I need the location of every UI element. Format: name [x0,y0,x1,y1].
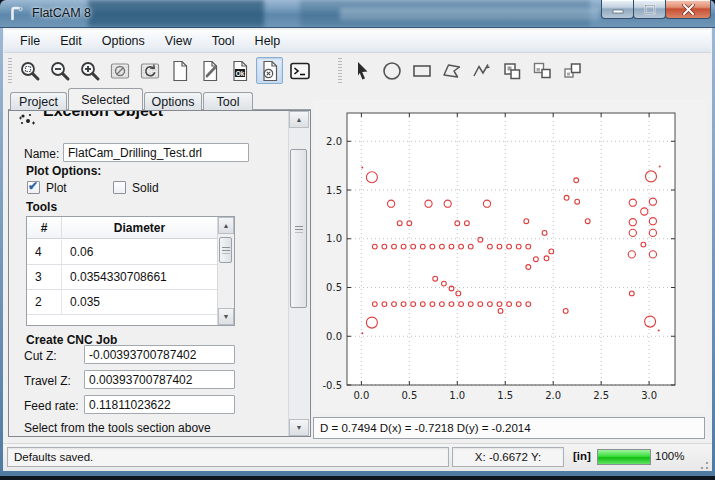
copy-excellon-icon [560,59,584,83]
panel-scroll-thumb[interactable] [290,149,307,308]
maximize-button[interactable] [633,0,666,19]
tab-options[interactable]: Options [144,92,202,110]
copy-geometry-button[interactable] [528,57,555,84]
minimize-button[interactable] [601,0,634,19]
plot-checkbox[interactable] [27,181,40,194]
scroll-up-arrow-icon[interactable]: ▲ [289,111,309,128]
zoom-out-icon [48,59,72,83]
tab-tool[interactable]: Tool [203,92,253,110]
pointer-button[interactable] [348,57,375,84]
replot-icon [138,59,162,83]
draw-polygon-icon [440,59,464,83]
scroll-down-arrow-icon[interactable]: ▼ [289,419,309,436]
scroll-up-arrow-icon[interactable]: ▲ [218,217,234,234]
menu-item-edit[interactable]: Edit [50,31,92,51]
draw-polygon-button[interactable] [438,57,465,84]
toolbar-drag-handle[interactable] [8,58,12,84]
feed-rate-input[interactable] [84,395,235,414]
menubar: FileEditOptionsViewToolHelp [4,30,711,53]
menu-item-view[interactable]: View [155,31,202,51]
selected-tab-panel: Excellon Object Name: Plot Options: Plot… [8,110,311,437]
tool-row-3[interactable]: 30.0354330708661 [27,265,218,290]
replot-button[interactable] [136,57,163,84]
status-message: Defaults saved. [7,447,449,467]
name-input[interactable] [63,143,249,162]
menu-item-options[interactable]: Options [92,31,155,51]
measurement-readout: D = 0.7494 D(x) = -0.7218 D(y) = -0.2014 [313,417,705,439]
tools-table-scrollbar[interactable]: ▲ ▼ [217,217,234,325]
menu-item-help[interactable]: Help [245,31,291,51]
svg-text:0.0: 0.0 [353,390,369,401]
zoom-fit-button[interactable] [16,57,43,84]
scroll-down-arrow-icon[interactable]: ▼ [218,308,234,325]
toolbar-drag-handle[interactable] [338,58,342,84]
units-indicator[interactable]: [in] [573,450,591,462]
close-button[interactable] [665,0,711,19]
new-file-button[interactable] [166,57,193,84]
maximize-icon [644,4,656,15]
tool-diameter: 0.06 [62,240,93,264]
svg-text:2.0: 2.0 [545,390,561,401]
shell-icon [288,59,312,83]
draw-rectangle-button[interactable] [408,57,435,84]
flatcam-window: FlatCAM 8 FileEditOptionsViewToolHelp Ok… [0,0,715,480]
panel-title: Excellon Object [43,110,163,120]
tools-table-header-diameter[interactable]: Diameter [62,217,218,239]
svg-text:-0.5: -0.5 [322,380,342,391]
svg-text:0.0: 0.0 [326,331,342,342]
draw-polyline-button[interactable] [468,57,495,84]
tool-row-2[interactable]: 20.035 [27,290,218,315]
zoom-in-icon [78,59,102,83]
menu-item-file[interactable]: File [10,31,50,51]
tools-table-scroll-thumb[interactable] [219,237,232,263]
edit-file-button[interactable] [196,57,223,84]
svg-text:3.0: 3.0 [641,390,657,401]
ok-file-button[interactable]: Ok [226,57,253,84]
svg-text:1.0: 1.0 [449,390,465,401]
menu-item-tool[interactable]: Tool [202,31,245,51]
panel-scrollbar[interactable]: ▲ ▼ [288,111,309,436]
copy-excellon-button[interactable] [558,57,585,84]
solid-checkbox[interactable] [113,181,126,194]
clear-plot-button[interactable] [106,57,133,84]
tab-selected[interactable]: Selected [68,88,143,110]
tab-project[interactable]: Project [10,92,67,110]
draw-rectangle-icon [410,59,434,83]
plot-checkbox-label: Plot [46,181,67,195]
edit-file-icon [198,59,222,83]
tool-diameter: 0.0354330708661 [62,265,167,289]
caption-buttons [602,0,711,19]
pointer-icon [350,59,374,83]
window-title: FlatCAM 8 [32,6,91,20]
excellon-plot: 0.00.51.01.52.02.53.0-0.50.00.51.01.52.0 [313,100,705,413]
new-file-icon [168,59,192,83]
cursor-coordinates: X: -0.6672 Y: 1.4359 [452,447,564,467]
cancel-file-button[interactable] [256,57,283,84]
progress-bar [597,449,651,465]
draw-circle-button[interactable] [378,57,405,84]
svg-text:2.0: 2.0 [326,136,342,147]
resize-grip[interactable] [697,458,709,470]
tool-diameter: 0.035 [62,290,100,314]
cut-z-input[interactable] [84,345,235,364]
cut-z-label: Cut Z: [24,349,57,363]
copy-object-icon [500,59,524,83]
copy-object-button[interactable] [498,57,525,84]
tool-number: 4 [27,240,62,264]
tool-number: 3 [27,265,62,289]
zoom-out-button[interactable] [46,57,73,84]
clear-plot-icon [108,59,132,83]
svg-text:Ok: Ok [235,69,244,76]
titlebar[interactable]: FlatCAM 8 [0,0,715,28]
progress-percent-label: 100% [655,450,684,462]
plot-canvas[interactable]: 0.00.51.01.52.02.53.0-0.50.00.51.01.52.0 [313,100,705,413]
tool-row-4[interactable]: 40.06 [27,240,218,265]
zoom-in-button[interactable] [76,57,103,84]
desktop-strip [0,476,715,480]
travel-z-input[interactable] [84,370,235,389]
copy-geometry-icon [530,59,554,83]
shell-button[interactable] [286,57,313,84]
svg-text:1.0: 1.0 [326,233,342,244]
tools-table-header-number[interactable]: # [27,217,62,239]
zoom-fit-icon [18,59,42,83]
